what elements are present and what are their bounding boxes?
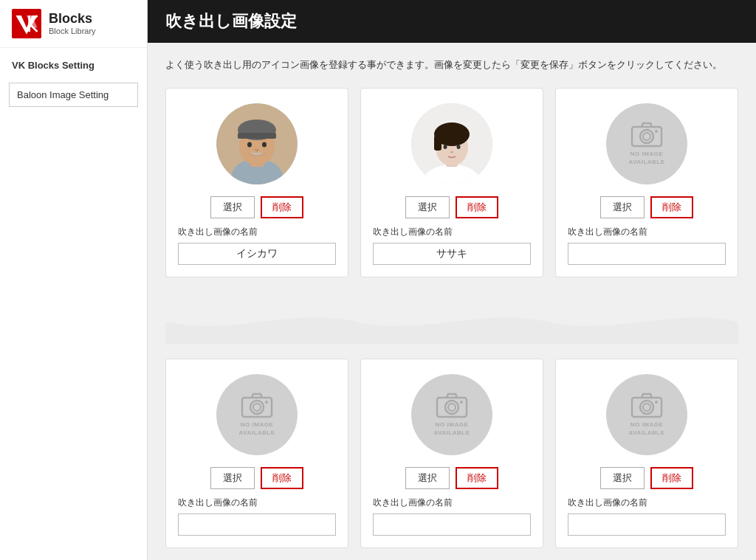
- card-4-delete-button[interactable]: 削除: [261, 467, 303, 489]
- cards-grid-bottom: NO IMAGEAVAILABLE 選択 削除 吹き出し画像の名前: [165, 359, 738, 548]
- svg-point-37: [643, 404, 650, 411]
- card-5-label: 吹き出し画像の名前: [373, 497, 453, 509]
- sidebar-heading: VK Blocks Setting: [0, 48, 147, 77]
- card-6-delete-button[interactable]: 削除: [650, 467, 693, 489]
- card-4-label: 吹き出し画像の名前: [178, 497, 258, 509]
- card-6-select-button[interactable]: 選択: [600, 467, 645, 489]
- svg-point-21: [457, 145, 461, 149]
- card-2-buttons: 選択 削除: [405, 196, 498, 218]
- card-5-image: NO IMAGEAVAILABLE: [411, 374, 492, 455]
- svg-point-33: [448, 404, 456, 411]
- camera-icon-5: [436, 392, 468, 418]
- card-3-name-input[interactable]: [568, 243, 726, 265]
- svg-point-25: [643, 133, 650, 140]
- card-2-image: [411, 103, 492, 184]
- card-3-select-button[interactable]: 選択: [600, 196, 645, 218]
- camera-icon-4: [241, 392, 273, 418]
- card-6-label: 吹き出し画像の名前: [568, 497, 647, 509]
- card-6-name-input[interactable]: [568, 514, 726, 536]
- logo-subtitle: Block Library: [49, 27, 96, 36]
- svg-rect-11: [238, 133, 276, 139]
- svg-point-13: [262, 142, 267, 147]
- svg-point-24: [640, 130, 653, 143]
- card-1-name-input[interactable]: [178, 243, 336, 265]
- logo-text: Blocks Block Library: [49, 11, 96, 37]
- svg-point-30: [265, 401, 268, 404]
- card-3-image: NO IMAGEAVAILABLE: [606, 103, 687, 184]
- card-1-delete-button[interactable]: 削除: [261, 196, 303, 218]
- card-2-select-button[interactable]: 選択: [405, 196, 450, 218]
- no-image-text-5: NO IMAGEAVAILABLE: [433, 421, 470, 437]
- avatar-person2-svg: [411, 103, 492, 184]
- card-6: NO IMAGEAVAILABLE 選択 削除 吹き出し画像の名前: [555, 359, 738, 548]
- card-3-buttons: 選択 削除: [600, 196, 693, 218]
- card-4-name-input[interactable]: [178, 514, 336, 536]
- vk-logo-icon: [12, 9, 41, 38]
- card-3-delete-button[interactable]: 削除: [650, 196, 693, 218]
- svg-point-34: [460, 401, 463, 404]
- card-5-name-input[interactable]: [373, 514, 531, 536]
- card-4-image: NO IMAGEAVAILABLE: [216, 374, 298, 455]
- card-3-label: 吹き出し画像の名前: [568, 226, 647, 238]
- no-image-text-4: NO IMAGEAVAILABLE: [238, 421, 275, 437]
- main-content: 吹き出し画像設定 よく使う吹き出し用のアイコン画像を登録する事ができます。画像を…: [148, 0, 756, 560]
- svg-point-12: [247, 142, 252, 147]
- page-body: よく使う吹き出し用のアイコン画像を登録する事ができます。画像を変更したら「変更を…: [148, 43, 756, 560]
- camera-icon-6: [630, 392, 663, 418]
- card-2-label: 吹き出し画像の名前: [373, 226, 453, 238]
- svg-point-32: [445, 401, 458, 414]
- card-2-name-input[interactable]: [373, 243, 531, 265]
- card-1: 選択 削除 吹き出し画像の名前: [165, 88, 348, 277]
- svg-point-28: [250, 401, 264, 414]
- card-1-image: [216, 103, 298, 184]
- card-6-buttons: 選択 削除: [600, 467, 693, 489]
- svg-rect-19: [434, 136, 441, 151]
- card-2-delete-button[interactable]: 削除: [456, 196, 498, 218]
- wave-divider: [165, 307, 738, 344]
- svg-point-38: [655, 401, 658, 404]
- svg-point-22: [450, 151, 453, 153]
- card-4-select-button[interactable]: 選択: [210, 467, 255, 489]
- sidebar-item-balloon[interactable]: Baloon Image Setting: [9, 83, 138, 107]
- card-2: 選択 削除 吹き出し画像の名前: [360, 88, 543, 277]
- svg-point-26: [655, 130, 658, 133]
- no-image-text-6: NO IMAGEAVAILABLE: [628, 421, 664, 437]
- sidebar-navigation: Baloon Image Setting: [0, 77, 147, 113]
- card-6-image: NO IMAGEAVAILABLE: [606, 374, 687, 455]
- card-1-label: 吹き出し画像の名前: [178, 226, 258, 238]
- card-5-delete-button[interactable]: 削除: [456, 467, 498, 489]
- card-4: NO IMAGEAVAILABLE 選択 削除 吹き出し画像の名前: [165, 359, 348, 548]
- card-4-buttons: 選択 削除: [210, 467, 303, 489]
- logo-area: Blocks Block Library: [0, 0, 147, 48]
- svg-point-29: [253, 404, 261, 411]
- svg-point-36: [640, 401, 653, 414]
- card-1-buttons: 選択 削除: [210, 196, 303, 218]
- camera-icon: [630, 121, 663, 148]
- avatar-person1-svg: [216, 103, 298, 184]
- page-title: 吹き出し画像設定: [165, 12, 297, 30]
- page-description: よく使う吹き出し用のアイコン画像を登録する事ができます。画像を変更したら「変更を…: [165, 58, 738, 73]
- card-5-select-button[interactable]: 選択: [405, 467, 450, 489]
- sidebar: Blocks Block Library VK Blocks Setting B…: [0, 0, 148, 560]
- cards-grid-top: 選択 削除 吹き出し画像の名前: [165, 88, 738, 277]
- no-image-text-3: NO IMAGEAVAILABLE: [628, 151, 664, 166]
- card-5: NO IMAGEAVAILABLE 選択 削除 吹き出し画像の名前: [360, 359, 543, 548]
- card-1-select-button[interactable]: 選択: [210, 196, 255, 218]
- card-3: NO IMAGEAVAILABLE 選択 削除 吹き出し画像の名前: [555, 88, 738, 277]
- svg-point-20: [444, 145, 447, 149]
- page-header: 吹き出し画像設定: [148, 0, 756, 43]
- card-5-buttons: 選択 削除: [405, 467, 498, 489]
- logo-title: Blocks: [49, 11, 96, 27]
